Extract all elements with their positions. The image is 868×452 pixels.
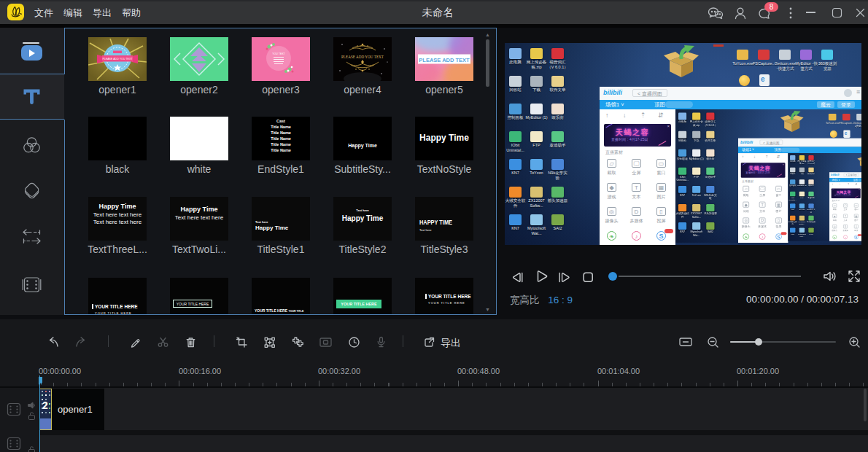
svg-text:PLEASE ADD YOU TEXT: PLEASE ADD YOU TEXT: [341, 55, 384, 59]
svg-text:PLEASE ADD TEXT: PLEASE ADD TEXT: [419, 57, 470, 63]
svg-text:PLEASE ADD YOU TEXT: PLEASE ADD YOU TEXT: [102, 58, 133, 61]
svg-text:YOU TEXT: YOU TEXT: [272, 52, 285, 55]
